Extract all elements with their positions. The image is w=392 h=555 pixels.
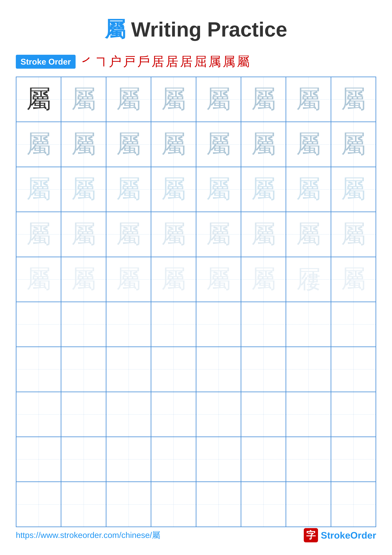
grid-cell[interactable]: 屬	[331, 77, 376, 122]
grid-cell[interactable]	[331, 437, 376, 482]
practice-grid: 屬 屬 屬 屬 屬 屬 屬 屬 屬 屬 屬 屬 屬 屬 屬 屬 屬 屬 屬 屬 …	[16, 77, 376, 527]
grid-cell[interactable]: 屬	[196, 122, 241, 167]
footer: https://www.strokeorder.com/chinese/屬 字 …	[0, 528, 392, 542]
grid-cell[interactable]: 屬	[241, 167, 286, 212]
grid-cell[interactable]	[286, 392, 331, 437]
grid-cell[interactable]: 屬	[151, 122, 196, 167]
grid-cell[interactable]	[151, 302, 196, 347]
grid-cell[interactable]: 屬	[106, 77, 151, 122]
grid-row: 屬 屬 屬 屬 屬 屬 屬 屬	[16, 122, 376, 167]
grid-cell[interactable]: 屬	[16, 77, 61, 122]
title-chinese-char: 屬	[105, 18, 125, 41]
grid-cell[interactable]	[241, 347, 286, 392]
grid-cell[interactable]: 屬	[331, 167, 376, 212]
grid-cell[interactable]	[241, 482, 286, 527]
grid-cell[interactable]	[196, 302, 241, 347]
grid-cell[interactable]: 屬	[61, 122, 106, 167]
grid-cell[interactable]	[16, 302, 61, 347]
title-english-text: Writing Practice	[125, 18, 287, 41]
grid-cell[interactable]: 屬	[196, 212, 241, 257]
grid-cell[interactable]	[61, 392, 106, 437]
grid-row: 屬 屬 屬 屬 屬 屬 屬 屬	[16, 212, 376, 257]
grid-cell[interactable]	[331, 482, 376, 527]
grid-cell[interactable]: 屬	[61, 212, 106, 257]
page-title: 屬 Writing Practice	[0, 0, 392, 53]
grid-cell[interactable]	[16, 347, 61, 392]
grid-cell[interactable]	[61, 347, 106, 392]
grid-cell[interactable]: 屬	[106, 212, 151, 257]
footer-brand-icon: 字	[304, 528, 318, 542]
grid-cell[interactable]	[241, 302, 286, 347]
grid-cell[interactable]	[286, 437, 331, 482]
grid-cell[interactable]	[286, 347, 331, 392]
grid-cell[interactable]: 屬	[241, 77, 286, 122]
grid-cell[interactable]	[106, 302, 151, 347]
grid-cell[interactable]	[106, 482, 151, 527]
grid-cell[interactable]	[196, 482, 241, 527]
grid-cell[interactable]	[61, 437, 106, 482]
grid-cell[interactable]: 屬	[286, 77, 331, 122]
grid-cell[interactable]: 屬	[106, 167, 151, 212]
grid-cell[interactable]: 屬	[196, 167, 241, 212]
grid-row: 屬 屬 屬 屬 屬 屬 屬 屬	[16, 167, 376, 212]
grid-cell[interactable]: 屬	[331, 212, 376, 257]
stroke-chars: ㇒ ㇕ 户 戸 戶 居 居 居 屈 属 属 屬	[80, 53, 249, 70]
grid-cell[interactable]: 屬	[151, 257, 196, 302]
grid-cell[interactable]: 屬	[61, 167, 106, 212]
grid-cell[interactable]	[16, 437, 61, 482]
grid-cell[interactable]: 屬	[16, 212, 61, 257]
grid-cell[interactable]	[241, 392, 286, 437]
grid-cell[interactable]	[106, 437, 151, 482]
grid-cell[interactable]	[151, 347, 196, 392]
grid-cell[interactable]	[286, 302, 331, 347]
grid-cell[interactable]	[151, 392, 196, 437]
grid-cell[interactable]	[196, 392, 241, 437]
footer-url[interactable]: https://www.strokeorder.com/chinese/屬	[16, 530, 160, 541]
grid-cell[interactable]: 屬	[241, 122, 286, 167]
grid-cell[interactable]: 屬	[106, 257, 151, 302]
footer-brand: 字 StrokeOrder	[304, 528, 376, 542]
grid-cell[interactable]: 屬	[286, 122, 331, 167]
grid-row	[16, 347, 376, 392]
grid-cell[interactable]	[331, 392, 376, 437]
grid-row	[16, 392, 376, 437]
stroke-order-badge: Stroke Order	[16, 55, 76, 69]
grid-row	[16, 302, 376, 347]
grid-cell[interactable]: 屬	[151, 77, 196, 122]
grid-cell[interactable]: 屬	[16, 257, 61, 302]
grid-cell[interactable]: 屬	[286, 212, 331, 257]
grid-cell[interactable]: 屬	[151, 212, 196, 257]
grid-cell[interactable]: 屬	[61, 77, 106, 122]
grid-cell[interactable]	[331, 347, 376, 392]
grid-cell[interactable]: 屬	[331, 122, 376, 167]
grid-cell[interactable]: 屬	[61, 257, 106, 302]
grid-row: 屬 屬 屬 屬 屬 屬 屬 屬	[16, 77, 376, 122]
grid-cell[interactable]: 屬	[106, 122, 151, 167]
grid-cell[interactable]: 屬	[196, 77, 241, 122]
grid-row	[16, 482, 376, 527]
grid-cell[interactable]	[286, 482, 331, 527]
grid-cell[interactable]	[61, 482, 106, 527]
grid-cell[interactable]: 屬	[16, 167, 61, 212]
grid-cell[interactable]: 屬	[241, 212, 286, 257]
footer-brand-text: StrokeOrder	[321, 530, 376, 541]
grid-cell[interactable]: 屬	[16, 122, 61, 167]
grid-cell[interactable]	[106, 392, 151, 437]
grid-cell[interactable]	[241, 437, 286, 482]
grid-cell[interactable]	[331, 302, 376, 347]
grid-cell[interactable]: 屬	[196, 257, 241, 302]
grid-cell[interactable]	[151, 437, 196, 482]
grid-cell[interactable]	[106, 347, 151, 392]
grid-cell[interactable]: 屬	[241, 257, 286, 302]
grid-cell[interactable]: 屬	[286, 167, 331, 212]
practice-grid-container: 屬 屬 屬 屬 屬 屬 屬 屬 屬 屬 屬 屬 屬 屬 屬 屬 屬 屬 屬 屬 …	[0, 77, 392, 527]
grid-cell[interactable]	[16, 392, 61, 437]
grid-cell[interactable]	[196, 347, 241, 392]
grid-cell[interactable]	[16, 482, 61, 527]
grid-cell[interactable]	[61, 302, 106, 347]
grid-cell[interactable]: 屬	[331, 257, 376, 302]
grid-cell[interactable]: 屨	[286, 257, 331, 302]
grid-cell[interactable]: 屬	[151, 167, 196, 212]
grid-cell[interactable]	[196, 437, 241, 482]
grid-cell[interactable]	[151, 482, 196, 527]
